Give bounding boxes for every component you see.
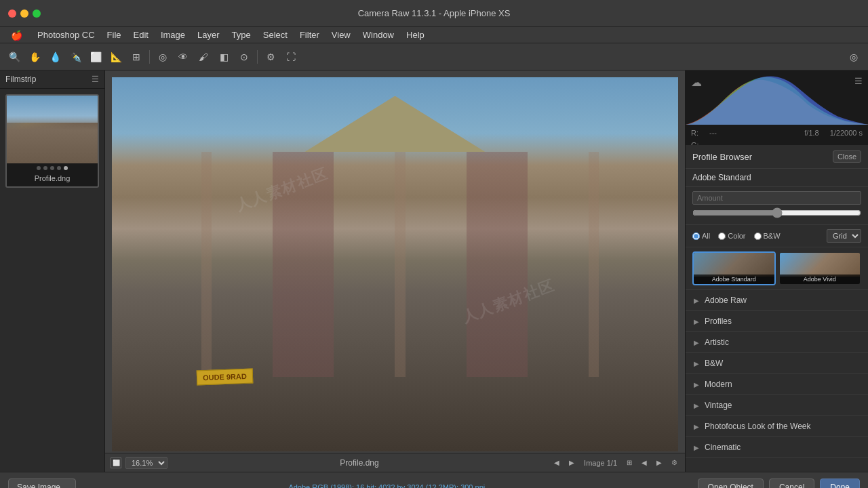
menu-file[interactable]: File xyxy=(102,28,127,41)
view-mode-select[interactable]: Grid List xyxy=(827,229,861,243)
straighten-tool[interactable]: 📐 xyxy=(107,48,125,66)
profile-group-modern: ▶ Modern xyxy=(686,374,868,395)
zoom-select[interactable]: 16.1% 25% 50% 100% xyxy=(125,457,167,469)
shutter-value: 1/22000 s xyxy=(830,127,863,140)
profile-group-modern-label: Modern xyxy=(705,380,732,389)
profile-group-profiles-header[interactable]: ▶ Profiles xyxy=(686,311,868,331)
filter-color-radio[interactable] xyxy=(718,232,726,240)
preferences-tool[interactable]: ⚙ xyxy=(262,48,279,66)
profile-group-profiles: ▶ Profiles xyxy=(686,311,868,332)
selected-profile-label: Adobe Standard xyxy=(692,173,751,182)
color-sampler-tool[interactable]: ✒️ xyxy=(66,48,84,66)
maximize-button[interactable] xyxy=(33,9,41,18)
profile-group-photofocus-header[interactable]: ▶ Photofocus Look of the Week xyxy=(686,416,868,436)
nav-left-btn[interactable]: ◀ xyxy=(639,458,650,468)
histogram-canvas xyxy=(686,70,868,125)
filter-all-option[interactable]: All xyxy=(692,232,710,240)
nav-right-btn[interactable]: ▶ xyxy=(654,458,665,468)
profile-group-adobe-raw-label: Adobe Raw xyxy=(705,296,747,305)
amount-input[interactable] xyxy=(692,191,861,205)
filter-color-option[interactable]: Color xyxy=(718,232,745,240)
g-value: --- xyxy=(710,140,717,145)
transform-tool[interactable]: ⊞ xyxy=(127,48,145,66)
main-container: Filmstrip ☰ Profile.dng xyxy=(0,70,868,472)
amount-row xyxy=(686,187,868,225)
toggle-fullscreen[interactable]: ⛶ xyxy=(282,48,300,66)
menu-view[interactable]: View xyxy=(326,28,356,41)
profile-group-adobe-raw: ▶ Adobe Raw xyxy=(686,290,868,311)
next-image-btn[interactable]: ▶ xyxy=(566,458,577,468)
right-panel: ☁ ☰ R: --- f/1.8 1/22000 s xyxy=(685,70,868,472)
profile-thumb-standard[interactable]: Adobe Standard xyxy=(692,251,776,285)
menu-select[interactable]: Select xyxy=(258,28,293,41)
crop-tool[interactable]: ⬜ xyxy=(87,48,104,66)
white-balance-tool[interactable]: 💧 xyxy=(46,48,64,66)
profile-group-bw-header[interactable]: ▶ B&W xyxy=(686,353,868,373)
profile-group-cinematic-label: Cinematic xyxy=(705,443,741,452)
profile-browser-close[interactable]: Close xyxy=(833,150,861,163)
profile-thumb-vivid[interactable]: Adobe Vivid xyxy=(778,251,862,285)
profile-thumb-label-standard: Adobe Standard xyxy=(694,274,774,284)
menu-window[interactable]: Window xyxy=(357,28,399,41)
open-object-button[interactable]: Open Object xyxy=(698,479,764,489)
brush-tool[interactable]: 🖌 xyxy=(195,48,212,66)
profile-group-artistic: ▶ Artistic xyxy=(686,332,868,353)
profile-group-profiles-label: Profiles xyxy=(705,317,732,326)
chevron-icon-modern: ▶ xyxy=(692,380,701,388)
profile-browser-title: Profile Browser xyxy=(692,152,752,162)
prev-image-btn[interactable]: ◀ xyxy=(551,458,562,468)
close-button[interactable] xyxy=(8,9,16,18)
chevron-icon-cinematic: ▶ xyxy=(692,443,701,451)
window-title: Camera Raw 11.3.1 - Apple iPhone XS xyxy=(358,8,511,18)
filter-color-label: Color xyxy=(728,232,745,240)
preview-btn[interactable]: ◎ xyxy=(845,48,863,66)
menu-layer[interactable]: Layer xyxy=(192,28,225,41)
graduated-filter-tool[interactable]: ◧ xyxy=(215,48,233,66)
thumb-photo xyxy=(7,96,98,163)
thumb-dot-2 xyxy=(43,166,47,170)
chevron-icon-vintage: ▶ xyxy=(692,401,701,409)
profile-group-vintage-header[interactable]: ▶ Vintage xyxy=(686,395,868,415)
filter-all-label: All xyxy=(702,232,710,240)
chevron-icon-artistic: ▶ xyxy=(692,338,701,346)
canvas-status-right: ◀ ▶ Image 1/1 ⊞ ◀ ▶ ⚙ xyxy=(551,458,679,468)
done-button[interactable]: Done xyxy=(820,479,860,489)
settings-icon[interactable]: ⚙ xyxy=(669,458,679,468)
hand-tool[interactable]: ✋ xyxy=(26,48,43,66)
profile-group-artistic-header[interactable]: ▶ Artistic xyxy=(686,332,868,352)
menu-type[interactable]: Type xyxy=(226,28,256,41)
amount-slider[interactable] xyxy=(692,207,861,218)
filmstrip-title: Filmstrip xyxy=(5,75,36,84)
zoom-tool[interactable]: 🔍 xyxy=(5,48,23,66)
chevron-icon-bw: ▶ xyxy=(692,359,701,367)
spot-removal-tool[interactable]: ◎ xyxy=(154,48,172,66)
save-image-button[interactable]: Save Image... xyxy=(8,479,76,489)
menu-edit[interactable]: Edit xyxy=(128,28,154,41)
profile-thumb-label-vivid: Adobe Vivid xyxy=(780,274,861,284)
filmstrip-menu-icon[interactable]: ☰ xyxy=(92,75,99,84)
filter-all-radio[interactable] xyxy=(692,232,700,240)
menu-help[interactable]: Help xyxy=(401,28,430,41)
menu-photoshop[interactable]: Photoshop CC xyxy=(32,28,100,41)
cancel-button[interactable]: Cancel xyxy=(769,479,814,489)
menu-filter[interactable]: Filter xyxy=(294,28,325,41)
radial-filter-tool[interactable]: ⊙ xyxy=(235,48,253,66)
traffic-lights[interactable] xyxy=(8,9,41,18)
menu-image[interactable]: Image xyxy=(155,28,191,41)
filmstrip-thumbnail[interactable]: Profile.dng xyxy=(5,94,99,188)
minimize-button[interactable] xyxy=(20,9,28,18)
profile-group-cinematic-header[interactable]: ▶ Cinematic xyxy=(686,437,868,458)
profile-group-bw: ▶ B&W xyxy=(686,353,868,374)
filter-bw-radio[interactable] xyxy=(754,232,762,240)
thumbnail-label: Profile.dng xyxy=(7,173,98,186)
chevron-icon-adobe-raw: ▶ xyxy=(692,296,701,304)
profile-group-cinematic: ▶ Cinematic xyxy=(686,437,868,458)
profile-group-adobe-raw-header[interactable]: ▶ Adobe Raw xyxy=(686,290,868,310)
histogram-svg xyxy=(686,70,868,125)
filter-bw-option[interactable]: B&W xyxy=(754,232,781,240)
g-label: G: xyxy=(691,140,699,145)
apple-menu[interactable]: 🍎 xyxy=(5,28,28,42)
redeye-tool[interactable]: 👁 xyxy=(174,48,192,66)
filter-btn[interactable]: ⊞ xyxy=(624,458,635,468)
profile-group-modern-header[interactable]: ▶ Modern xyxy=(686,374,868,394)
